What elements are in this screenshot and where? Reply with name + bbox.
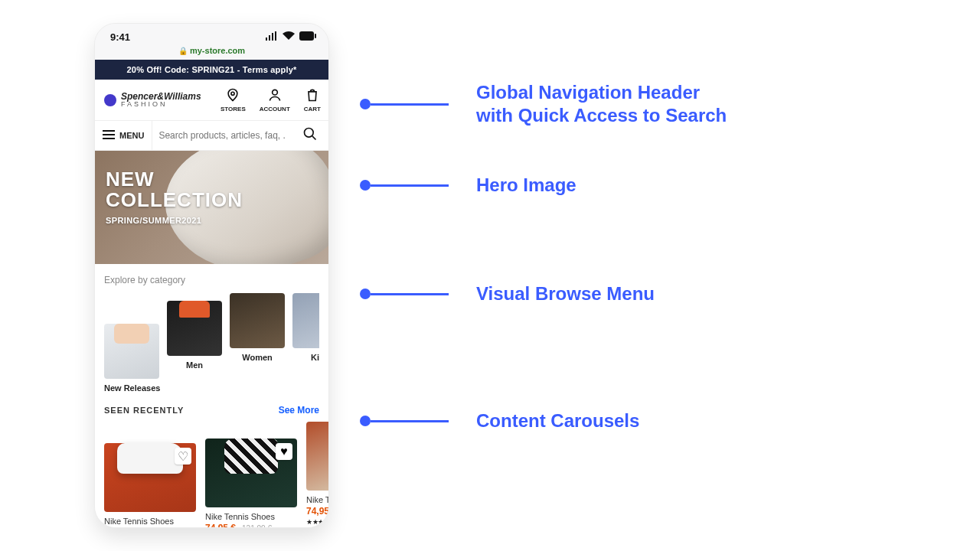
product-card[interactable]: ♥ Nike Tennis Shoes 74,95 € 121,00 € ★★★…	[205, 422, 297, 528]
category-card-kids[interactable]: Kids	[292, 293, 319, 393]
explore-title: Explore by category	[104, 275, 319, 285]
category-label: Men	[167, 360, 222, 370]
category-thumb	[230, 293, 285, 348]
svg-rect-10	[103, 138, 115, 139]
category-label: Women	[230, 353, 285, 362]
search-button[interactable]	[292, 126, 328, 145]
category-label: Kids	[292, 353, 319, 362]
annotation-label: Global Navigation Header with Quick Acce…	[476, 81, 727, 127]
seen-title: SEEN RECENTLY	[104, 406, 184, 415]
phone-frame: 9:41 🔒 my-store.com 20% Off! Code: SPRIN…	[94, 23, 329, 528]
annotation-global-nav: Global Navigation Header with Quick Acce…	[360, 81, 727, 127]
favorite-button[interactable]: ♡	[175, 448, 191, 465]
product-rating: ★★★★★	[306, 518, 328, 526]
bag-icon	[305, 87, 320, 104]
pin-icon	[225, 87, 240, 104]
svg-rect-1	[269, 35, 270, 41]
annotation-dot	[360, 416, 371, 426]
status-indicators	[266, 31, 316, 43]
brand-subtitle: FASHION	[121, 101, 201, 108]
wifi-icon	[283, 31, 295, 43]
heart-icon: ♥	[280, 445, 288, 458]
annotation-browse-menu: Visual Browse Menu	[360, 282, 655, 305]
account-button[interactable]: ACCOUNT	[260, 87, 290, 112]
product-name: Nike Tennis Shoes	[205, 512, 297, 521]
svg-rect-8	[103, 130, 115, 132]
person-icon	[267, 87, 283, 104]
category-row[interactable]: New Releases Men Women Kids	[104, 293, 319, 393]
product-card[interactable]: Nike Ten 74,95 € ★★★★★	[306, 422, 328, 528]
category-thumb	[167, 301, 222, 356]
stores-label: STORES	[220, 106, 246, 112]
svg-point-6	[231, 92, 234, 95]
product-image	[306, 422, 328, 491]
cart-button[interactable]: CART	[304, 87, 321, 112]
product-price: 74,95 €	[205, 523, 236, 528]
site-header: Spencer&Williams FASHION STORES ACCOUNT	[95, 80, 328, 121]
stores-button[interactable]: STORES	[220, 87, 246, 112]
explore-section: Explore by category New Releases Men Wom…	[95, 264, 328, 400]
product-price: 74,95 €	[306, 506, 328, 517]
product-carousel[interactable]: ♡ Nike Tennis Shoes 74,95 € 121,00 € ★★★…	[95, 422, 328, 528]
svg-point-7	[272, 90, 277, 95]
annotation-line	[371, 293, 449, 295]
address-domain: my-store.com	[190, 46, 245, 55]
hero-line-1: NEW	[106, 169, 243, 189]
product-price: 74,95 €	[104, 527, 135, 528]
annotation-dot	[360, 289, 371, 299]
brand-logo-block[interactable]: Spencer&Williams FASHION	[104, 92, 201, 108]
signal-icon	[266, 31, 278, 43]
svg-point-11	[305, 129, 314, 138]
svg-rect-0	[266, 37, 267, 41]
browser-address-bar[interactable]: 🔒 my-store.com	[95, 46, 328, 60]
search-row: MENU	[95, 121, 328, 151]
category-thumb	[292, 293, 319, 348]
seen-recently-header: SEEN RECENTLY See More	[95, 400, 328, 422]
search-input[interactable]	[152, 121, 292, 150]
annotation-line	[371, 103, 449, 106]
svg-rect-4	[299, 31, 314, 41]
category-thumb	[104, 324, 159, 379]
svg-rect-2	[272, 33, 273, 41]
product-image: ♡	[104, 443, 196, 512]
annotation-label: Visual Browse Menu	[476, 282, 655, 305]
annotation-dot	[360, 180, 371, 191]
hero-banner[interactable]: NEW COLLECTION SPRING/SUMMER2021	[95, 151, 328, 264]
annotation-label: Hero Image	[476, 174, 577, 197]
menu-label: MENU	[119, 131, 144, 140]
brand-logo-icon	[104, 94, 116, 106]
see-more-link[interactable]: See More	[279, 405, 319, 416]
promo-banner[interactable]: 20% Off! Code: SPRING21 - Terms apply*	[95, 60, 328, 80]
battery-icon	[299, 31, 316, 43]
cart-label: CART	[304, 106, 321, 112]
account-label: ACCOUNT	[260, 106, 290, 112]
favorite-button[interactable]: ♥	[276, 443, 292, 460]
status-bar: 9:41	[95, 24, 328, 46]
product-name: Nike Ten	[306, 495, 328, 504]
product-name: Nike Tennis Shoes	[104, 517, 196, 526]
annotation-carousels: Content Carousels	[360, 409, 639, 432]
hamburger-icon	[103, 130, 115, 141]
svg-line-12	[312, 136, 316, 140]
annotation-label: Content Carousels	[476, 409, 639, 432]
annotation-line	[371, 420, 449, 422]
annotation-line	[371, 184, 449, 187]
hero-line-3: SPRING/SUMMER2021	[106, 216, 243, 225]
category-card-new-releases[interactable]: New Releases	[104, 293, 159, 393]
category-card-men[interactable]: Men	[167, 293, 222, 393]
status-time: 9:41	[110, 31, 130, 43]
hero-line-2: COLLECTION	[106, 189, 243, 211]
lock-icon: 🔒	[178, 47, 188, 55]
annotation-hero: Hero Image	[360, 174, 577, 197]
annotation-dot	[360, 99, 371, 109]
product-image: ♥	[205, 439, 297, 507]
category-label: New Releases	[104, 383, 159, 393]
product-card[interactable]: ♡ Nike Tennis Shoes 74,95 € 121,00 € ★★★…	[104, 422, 196, 528]
svg-rect-5	[315, 34, 316, 38]
heart-icon: ♡	[178, 449, 188, 464]
product-old-price: 121,00 €	[242, 524, 272, 528]
search-icon	[302, 131, 318, 144]
svg-rect-9	[103, 134, 115, 135]
menu-button[interactable]: MENU	[95, 121, 152, 150]
category-card-women[interactable]: Women	[230, 293, 285, 393]
